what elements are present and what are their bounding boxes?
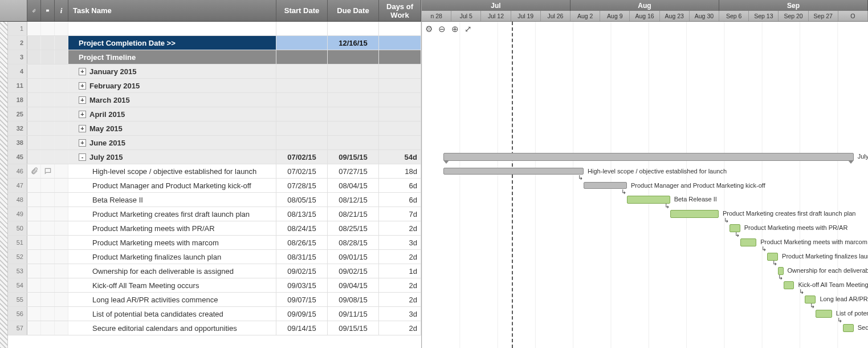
table-row[interactable]: 3Project Timeline (0, 50, 421, 64)
expand-toggle[interactable]: + (79, 82, 86, 90)
cell-start-date[interactable] (276, 64, 328, 78)
table-row[interactable]: 53Ownership for each deliverable is assi… (0, 264, 421, 278)
cell-start-date[interactable]: 07/02/15 (276, 164, 328, 178)
zoom-fit-icon[interactable]: ⤢ (464, 24, 472, 34)
table-row[interactable]: 51Product Marketing meets with marcom08/… (0, 236, 421, 250)
cell-task-name[interactable]: +January 2015 (68, 64, 276, 78)
cell-task-name[interactable]: High-level scope / objective established… (68, 164, 276, 178)
gantt-bar[interactable]: Beta Release II (627, 196, 670, 204)
gantt-bar[interactable]: July 2015 (443, 153, 854, 161)
zoom-out-icon[interactable]: ⊖ (438, 24, 446, 34)
table-row[interactable]: 1 (0, 22, 421, 36)
expand-toggle[interactable]: + (79, 125, 86, 132)
cell-due-date[interactable] (328, 122, 379, 135)
week-label[interactable]: Jul 12 (481, 11, 511, 21)
cell-due-date[interactable]: 09/11/15 (328, 307, 379, 321)
gantt-bar[interactable]: List of potential beta candidates create… (816, 310, 832, 318)
week-label[interactable]: Aug 9 (600, 11, 630, 21)
cell-days-of-work[interactable]: 2d (379, 278, 421, 292)
cell-start-date[interactable]: 07/28/15 (276, 179, 328, 192)
header-start-date[interactable]: Start Date (276, 0, 328, 21)
table-row[interactable]: 56List of potential beta candidates crea… (0, 307, 421, 321)
cell-due-date[interactable] (328, 136, 379, 149)
cell-task-name[interactable] (68, 22, 276, 35)
week-label[interactable]: Jul 26 (541, 11, 570, 21)
cell-due-date[interactable]: 09/08/15 (328, 293, 379, 306)
cell-days-of-work[interactable] (379, 93, 421, 107)
cell-days-of-work[interactable]: 3d (379, 307, 421, 321)
cell-due-date[interactable] (328, 64, 379, 78)
cell-task-name[interactable]: List of potential beta candidates create… (68, 307, 276, 321)
timeline-body[interactable]: ⚙ ⊖ ⊕ ⤢ July 2015High-level scope / obje… (422, 22, 868, 348)
cell-start-date[interactable] (276, 136, 328, 149)
expand-toggle[interactable]: + (79, 139, 86, 147)
week-label[interactable]: Aug 23 (660, 11, 690, 21)
cell-task-name[interactable]: Kick-off All Team Meeting occurs (68, 278, 276, 292)
cell-start-date[interactable] (276, 36, 328, 50)
cell-start-date[interactable]: 08/05/15 (276, 193, 328, 207)
cell-due-date[interactable]: 09/01/15 (328, 250, 379, 264)
cell-due-date[interactable]: 09/15/15 (328, 321, 379, 335)
cell-due-date[interactable]: 07/27/15 (328, 164, 379, 178)
week-label[interactable]: Aug 2 (570, 11, 600, 21)
week-label[interactable]: Aug 16 (630, 11, 659, 21)
cell-start-date[interactable] (276, 122, 328, 135)
table-row[interactable]: 38+June 2015 (0, 136, 421, 150)
week-label[interactable]: n 28 (422, 11, 451, 21)
cell-due-date[interactable]: 08/04/15 (328, 179, 379, 192)
cell-due-date[interactable]: 09/02/15 (328, 264, 379, 278)
cell-task-name[interactable]: Product Marketing meets with PR/AR (68, 221, 276, 235)
zoom-in-icon[interactable]: ⊕ (451, 24, 459, 34)
cell-task-name[interactable]: Product Manager and Product Marketing ki… (68, 179, 276, 192)
cell-task-name[interactable]: Long lead AR/PR activities commence (68, 293, 276, 306)
cell-days-of-work[interactable]: 2d (379, 293, 421, 306)
week-label[interactable]: Sep 13 (749, 11, 779, 21)
cell-task-name[interactable]: Product Marketing creates first draft la… (68, 207, 276, 221)
cell-due-date[interactable]: 12/16/15 (328, 36, 379, 50)
cell-task-name[interactable]: Project Timeline (68, 50, 276, 64)
cell-due-date[interactable] (328, 22, 379, 35)
cell-task-name[interactable]: Ownership for each deliverable is assign… (68, 264, 276, 278)
week-label[interactable]: Sep 6 (719, 11, 749, 21)
cell-task-name[interactable]: Beta Release II (68, 193, 276, 207)
cell-days-of-work[interactable] (379, 64, 421, 78)
cell-days-of-work[interactable] (379, 22, 421, 35)
cell-days-of-work[interactable]: 2d (379, 221, 421, 235)
cell-days-of-work[interactable] (379, 79, 421, 92)
cell-days-of-work[interactable] (379, 122, 421, 135)
cell-days-of-work[interactable]: 6d (379, 193, 421, 207)
header-task-name[interactable]: Task Name (68, 0, 276, 21)
table-row[interactable]: 49Product Marketing creates first draft … (0, 207, 421, 221)
cell-start-date[interactable]: 09/02/15 (276, 264, 328, 278)
cell-due-date[interactable] (328, 93, 379, 107)
header-days-of-work[interactable]: Days of Work (379, 0, 421, 21)
header-due-date[interactable]: Due Date (328, 0, 379, 21)
cell-task-name[interactable]: +March 2015 (68, 93, 276, 107)
cell-task-name[interactable]: +February 2015 (68, 79, 276, 92)
gantt-bar[interactable]: Product Marketing creates first draft la… (670, 210, 719, 218)
table-row[interactable]: 2Project Completion Date >>12/16/15 (0, 36, 421, 50)
header-info-icon[interactable]: i (55, 0, 68, 21)
table-row[interactable]: 46High-level scope / objective establish… (0, 164, 421, 179)
cell-days-of-work[interactable]: 3d (379, 236, 421, 249)
cell-start-date[interactable]: 08/31/15 (276, 250, 328, 264)
cell-start-date[interactable]: 08/26/15 (276, 236, 328, 249)
cell-due-date[interactable]: 08/25/15 (328, 221, 379, 235)
cell-task-name[interactable]: -July 2015 (68, 150, 276, 164)
cell-days-of-work[interactable]: 1d (379, 264, 421, 278)
cell-start-date[interactable]: 09/03/15 (276, 278, 328, 292)
gantt-bar[interactable]: Secure editorial calendars and op (843, 324, 854, 332)
cell-start-date[interactable]: 07/02/15 (276, 150, 328, 164)
cell-task-name[interactable]: Product Marketing finalizes launch plan (68, 250, 276, 264)
table-row[interactable]: 52Product Marketing finalizes launch pla… (0, 250, 421, 264)
table-row[interactable]: 50Product Marketing meets with PR/AR08/2… (0, 221, 421, 236)
gantt-bar[interactable]: Product Manager and Product Marketing ki… (584, 182, 627, 189)
cell-task-name[interactable]: Secure editorial calendars and opportuni… (68, 321, 276, 335)
cell-due-date[interactable]: 09/15/15 (328, 150, 379, 164)
week-label[interactable]: Jul 5 (451, 11, 481, 21)
cell-due-date[interactable] (328, 107, 379, 121)
table-row[interactable]: 45-July 201507/02/1509/15/1554d (0, 150, 421, 164)
cell-due-date[interactable]: 08/28/15 (328, 236, 379, 249)
cell-due-date[interactable]: 09/04/15 (328, 278, 379, 292)
expand-toggle[interactable]: + (79, 68, 86, 75)
